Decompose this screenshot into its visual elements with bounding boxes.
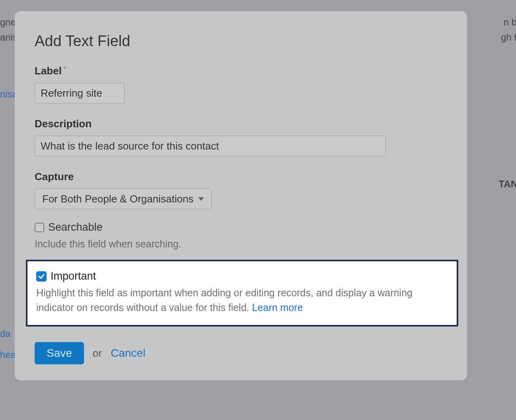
check-icon (38, 273, 45, 280)
description-input[interactable]: What is the lead source for this contact (35, 136, 386, 156)
important-helper-text: Highlight this field as important when a… (36, 287, 412, 313)
bg-text: gh t (501, 32, 516, 43)
label-text: Label (35, 65, 62, 77)
important-section: Important Highlight this field as import… (26, 260, 458, 327)
required-indicator: * (63, 64, 66, 74)
capture-select-value: For Both People & Organisations (42, 193, 194, 205)
bg-text: n b (504, 17, 516, 28)
modal-footer: Save or Cancel (35, 342, 145, 364)
bg-text: hea (0, 349, 16, 360)
searchable-label: Searchable (48, 221, 103, 233)
important-helper: Highlight this field as important when a… (36, 286, 448, 315)
important-label: Important (51, 270, 96, 282)
add-text-field-modal: Add Text Field Label * Referring site De… (15, 11, 467, 380)
searchable-row: Searchable (35, 221, 447, 233)
important-checkbox[interactable] (36, 271, 47, 282)
bg-text: TAN (498, 179, 516, 190)
learn-more-link[interactable]: Learn more (252, 302, 303, 313)
cancel-link[interactable]: Cancel (111, 347, 145, 360)
capture-field-label: Capture (35, 171, 447, 183)
capture-select[interactable]: For Both People & Organisations (35, 189, 211, 209)
or-text: or (93, 347, 102, 360)
searchable-checkbox[interactable] (35, 223, 44, 232)
modal-title: Add Text Field (35, 33, 447, 50)
important-row: Important (36, 270, 448, 282)
label-input[interactable]: Referring site (35, 83, 125, 103)
save-button[interactable]: Save (35, 342, 84, 364)
label-field-label: Label * (35, 65, 447, 77)
label-input-value: Referring site (41, 87, 102, 99)
bg-text: gne (0, 17, 16, 28)
description-field-label: Description (35, 118, 447, 130)
bg-text: da (0, 328, 11, 339)
chevron-down-icon (198, 197, 204, 201)
description-input-value: What is the lead source for this contact (41, 140, 219, 152)
searchable-helper: Include this field when searching. (35, 237, 447, 251)
